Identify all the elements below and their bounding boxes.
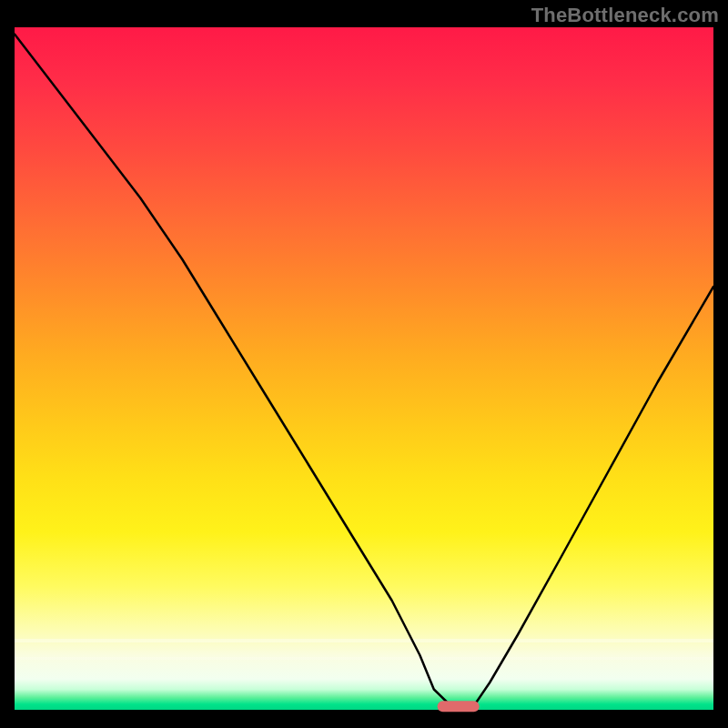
pale-band-2 (15, 657, 713, 660)
watermark-text: TheBottleneck.com (531, 4, 719, 27)
chart-stage: TheBottleneck.com (0, 0, 728, 728)
pale-band (15, 639, 713, 642)
gradient-background (15, 27, 713, 710)
